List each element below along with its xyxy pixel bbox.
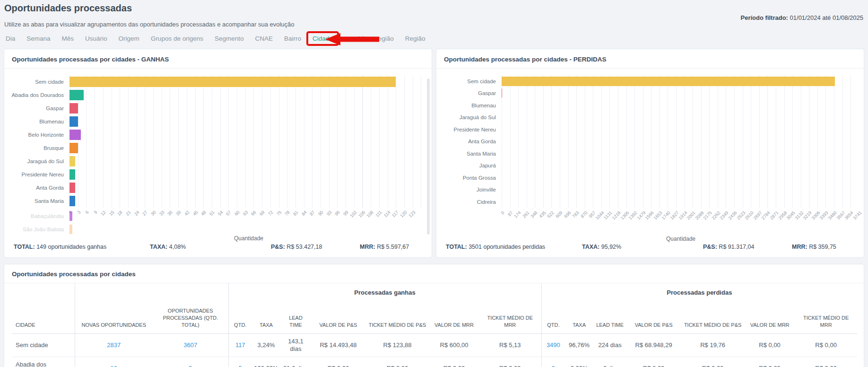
filtered-period: Período filtrado: 01/01/2024 até 01/08/2… bbox=[741, 14, 863, 21]
cell: R$ 5,13 bbox=[479, 333, 541, 357]
cell: R$ 0,00 bbox=[745, 333, 795, 357]
bar-label-anta-gorda: Anta Gorda bbox=[8, 181, 69, 194]
count-link[interactable]: 2837 bbox=[107, 341, 121, 349]
bar-blumenau[interactable] bbox=[69, 116, 78, 127]
tab-regiao[interactable]: Região bbox=[405, 35, 425, 42]
bar-label-sao-joao-batista: São João Batista bbox=[8, 227, 69, 232]
footer-taxa: TAXA: 95,92% bbox=[582, 244, 621, 250]
bar-sem-cidade[interactable] bbox=[69, 77, 396, 87]
col-header-oportunidades-processadas-qtd-total-2: OPORTUNIDADES PROCESSADAS (QTD. TOTAL) bbox=[153, 307, 228, 333]
cell: 5 bbox=[153, 357, 228, 367]
col-header-lead-time-5: LEAD TIME bbox=[280, 307, 311, 333]
bar-jaragua-do-sul[interactable] bbox=[69, 156, 75, 166]
cell: R$ 68.948,29 bbox=[626, 333, 681, 357]
bar-presidente-nereu[interactable] bbox=[69, 169, 75, 180]
tab-semana[interactable]: Semana bbox=[26, 35, 50, 42]
count-link[interactable]: 0 bbox=[552, 365, 555, 367]
cell: R$ 0,00 bbox=[795, 333, 857, 357]
cell: R$ 0,00 bbox=[626, 357, 681, 367]
cell: 0,00% bbox=[565, 357, 593, 367]
bar-label-abadia-dos-dourados: Abadia dos Dourados bbox=[8, 88, 69, 102]
grouping-tab-bar: DiaSemanaMêsUsuárioOrigemGrupos de orige… bbox=[6, 32, 425, 44]
overflow-row-babaculandia: Babaçulândia bbox=[8, 210, 425, 222]
footer-taxa: TAXA: 4,08% bbox=[150, 244, 186, 250]
tab-bairro[interactable]: Bairro bbox=[284, 35, 301, 42]
charts-row: Oportunidades processadas por cidades - … bbox=[4, 49, 864, 258]
bar-sem-cidade[interactable] bbox=[502, 77, 835, 86]
bar-label-presidente-nereu: Presidente Nereu bbox=[8, 168, 69, 181]
bar-label-blumenau: Blumenau bbox=[8, 115, 69, 128]
count-link[interactable]: 5 bbox=[189, 365, 192, 367]
cell-cidade: Abadia dos Dourados bbox=[12, 357, 75, 367]
footer-total: TOTAL: 149 oportunidades ganhas bbox=[14, 244, 106, 250]
col-header-taxa-4: TAXA bbox=[252, 307, 280, 333]
bar-babaculandia bbox=[69, 211, 72, 221]
cell: R$ 600,00 bbox=[429, 333, 479, 357]
cell: 117 bbox=[228, 333, 252, 357]
tab-usuario[interactable]: Usuário bbox=[85, 35, 107, 42]
tab-cidade[interactable]: Cidade bbox=[312, 35, 333, 42]
bar-label-ponta-grossa: Ponta Grossa bbox=[440, 172, 502, 184]
bar-label-cidreira: Cidreira bbox=[440, 196, 502, 208]
bar-anta-gorda[interactable] bbox=[69, 183, 75, 193]
page-header: Oportunidades processadas Utilize as aba… bbox=[0, 0, 868, 47]
tab-segmento[interactable]: Segmento bbox=[215, 35, 244, 42]
tab-microrregiao[interactable]: Microrregião bbox=[358, 35, 394, 42]
cell: R$ 0,00 bbox=[681, 357, 745, 367]
col-header-valor-de-p-s-13: VALOR DE P&S bbox=[626, 307, 681, 333]
table-row-sem-cidade: Sem cidade283736071173,24%143,1 diasR$ 1… bbox=[12, 333, 857, 357]
cell: R$ 123,88 bbox=[365, 333, 429, 357]
cell: R$ 0,00 bbox=[311, 357, 365, 367]
cell: 96,76% bbox=[565, 333, 593, 357]
col-header-ticket-medio-de-p-s-14: TICKET MÉDIO DE P&S bbox=[681, 307, 745, 333]
tab-mes[interactable]: Mês bbox=[62, 35, 74, 42]
bar-belo-horizonte[interactable] bbox=[69, 130, 81, 140]
page-title: Oportunidades processadas bbox=[4, 3, 132, 14]
col-header-valor-de-p-s-6: VALOR DE P&S bbox=[311, 307, 365, 333]
cell: 143,1 dias bbox=[280, 333, 311, 357]
bar-label-sem-cidade: Sem cidade bbox=[440, 75, 502, 87]
table-row-abadia-dos-dourados: Abadia dos Dourados1255100,00%31,6 diasR… bbox=[12, 357, 857, 367]
footer-mrr: MRR: R$ 359,75 bbox=[792, 244, 836, 250]
bar-brusque[interactable] bbox=[69, 143, 78, 153]
bar-abadia-dos-dourados[interactable] bbox=[69, 90, 84, 100]
chart-scrollbar[interactable] bbox=[427, 79, 430, 235]
chart-x-axis: 0871742613484355226096967838709571044113… bbox=[502, 208, 857, 232]
cities-table: Processadas ganhasProcessadas perdidasCI… bbox=[12, 283, 857, 367]
bar-santa-maria[interactable] bbox=[69, 196, 75, 206]
bar-label-jaragua-do-sul: Jaraguá do Sul bbox=[8, 155, 69, 168]
bar-label-brusque: Brusque bbox=[8, 141, 69, 155]
chart-bars-area bbox=[69, 75, 425, 208]
footer-total: TOTAL: 3501 oportunidades perdidas bbox=[446, 244, 545, 250]
tab-dia[interactable]: Dia bbox=[6, 35, 15, 42]
footer-ps: P&S: R$ 91.317,04 bbox=[703, 244, 754, 250]
cell: 0 dia bbox=[593, 357, 626, 367]
count-link[interactable]: 3607 bbox=[183, 341, 197, 349]
cell: R$ 0,00 bbox=[429, 357, 479, 367]
annotation-box bbox=[306, 31, 339, 46]
tab-origem[interactable]: Origem bbox=[119, 35, 139, 42]
cell: 224 dias bbox=[593, 333, 626, 357]
tab-cnae[interactable]: CNAE bbox=[255, 35, 273, 42]
chart-category-labels: Sem cidadeGasparBlumenauJaraguá do SulPr… bbox=[440, 75, 502, 208]
count-link[interactable]: 12 bbox=[111, 365, 117, 367]
count-link[interactable]: 3490 bbox=[547, 341, 560, 349]
chart-footer-ganhas: TOTAL: 149 oportunidades ganhas TAXA: 4,… bbox=[12, 244, 424, 251]
col-header-lead-time-12: LEAD TIME bbox=[593, 307, 626, 333]
bar-label-babaculandia: Babaçulândia bbox=[8, 213, 69, 219]
bar-label-gaspar: Gaspar bbox=[440, 87, 502, 100]
cell: 3607 bbox=[153, 333, 228, 357]
filtered-period-label: Período filtrado: bbox=[741, 14, 788, 21]
col-header-qtd-3: QTD. bbox=[228, 307, 252, 333]
count-link[interactable]: 5 bbox=[239, 365, 242, 367]
cell: 12 bbox=[75, 357, 153, 367]
count-link[interactable]: 117 bbox=[235, 341, 245, 349]
bar-gaspar[interactable] bbox=[69, 103, 78, 114]
bar-label-jaragua-do-sul: Jaraguá do Sul bbox=[440, 112, 502, 124]
cell: 5 bbox=[228, 357, 252, 367]
col-header-valor-de-mrr-15: VALOR DE MRR bbox=[745, 307, 795, 333]
col-header-valor-de-mrr-8: VALOR DE MRR bbox=[429, 307, 479, 333]
tab-grupos-de-origens[interactable]: Grupos de origens bbox=[151, 35, 203, 42]
col-header-cidade-0: CIDADE bbox=[12, 307, 75, 333]
bar-label-santa-maria: Santa Maria bbox=[440, 148, 502, 160]
